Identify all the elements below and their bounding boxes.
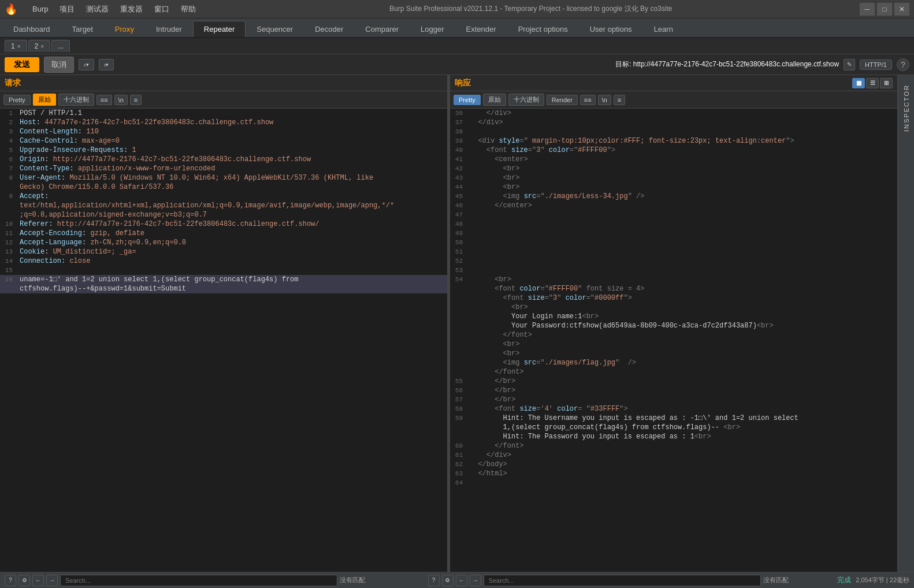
left-fwd-btn[interactable]: → (46, 575, 58, 586)
send-button[interactable]: 发送 (5, 57, 39, 72)
response-panel: 响应 ▦ ☰ ⊞ Pretty 原始 十六进制 Render ≡≡ \n ≡ 3… (450, 75, 898, 572)
window-title: Burp Suite Professional v2021.12.1 - Tem… (209, 4, 853, 14)
tab-sequencer[interactable]: Sequencer (246, 21, 304, 37)
resp-line-54: 54 <br> (450, 275, 897, 284)
resp-line-54-9: <img src="./images/flag.jpg" /> (450, 358, 897, 367)
resp-line-54-10: </font> (450, 367, 897, 377)
view-grid-icon[interactable]: ⊞ (880, 78, 893, 88)
minimize-button[interactable]: ─ (860, 3, 875, 16)
resp-line-43: 43 <br> (450, 173, 897, 183)
repeater-tab-more[interactable]: ... (51, 40, 70, 52)
request-line-2: 2 Host: 4477a77e-2176-42c7-bc51-22fe3806… (0, 118, 447, 127)
tab-decoder[interactable]: Decoder (304, 21, 354, 37)
back-nav[interactable]: ‹ ▾ (79, 59, 94, 70)
tab-project-options[interactable]: Project options (507, 21, 579, 37)
resp-line-54-4: Your Login name:1<br> (450, 312, 897, 321)
response-pretty-btn[interactable]: Pretty (454, 95, 481, 105)
request-hex-btn[interactable]: 十六进制 (58, 94, 94, 106)
request-line-12: 12 Accept-Language: zh-CN,zh;q=0.9,en;q=… (0, 238, 447, 247)
edit-target-icon[interactable]: ✎ (844, 59, 855, 70)
repeater-tab-1-close[interactable]: × (17, 43, 21, 50)
request-raw-btn[interactable]: 原始 (33, 94, 56, 106)
request-code-area[interactable]: 1 POST / HTTP/1.1 2 Host: 4477a77e-2176-… (0, 109, 447, 572)
resp-line-44: 44 <br> (450, 183, 897, 192)
response-render-btn[interactable]: Render (547, 95, 578, 105)
status-info: 2,054字节 | 22毫秒 (856, 576, 909, 585)
tab-comparer[interactable]: Comparer (354, 21, 410, 37)
resp-line-39: 39 <div style=" margin-top:10px;color:#F… (450, 136, 897, 146)
menu-burp[interactable]: Burp (27, 0, 54, 18)
statusbar-status: 完成 2,054字节 | 22毫秒 (837, 575, 909, 585)
resp-line-54-6: </font> (450, 330, 897, 340)
response-menu-icon[interactable]: ≡ (614, 95, 625, 105)
repeater-tabs: 1 × 2 × ... (0, 38, 914, 54)
request-line-15: 15 (0, 266, 447, 275)
tab-intruder[interactable]: Intruder (145, 21, 193, 37)
menu-scanner[interactable]: 测试器 (80, 0, 114, 18)
request-panel: 请求 Pretty 原始 十六进制 ≡≡ \n ≡ 1 POST / HTTP/… (0, 75, 448, 572)
resp-line-45: 45 <img src="./images/Less-34.jpg" /> (450, 192, 897, 201)
tab-user-options[interactable]: User options (579, 21, 643, 37)
resp-line-46: 46 </center> (450, 201, 897, 210)
request-line-10: 10 Referer: http://4477a77e-2176-42c7-bc… (0, 219, 447, 229)
view-list-icon[interactable]: ☰ (866, 78, 879, 88)
right-fwd-btn[interactable]: → (470, 575, 481, 586)
request-line-16b: ctfshow.flags)--+&passwd=1&submit=Submit (0, 284, 447, 293)
maximize-button[interactable]: □ (877, 3, 892, 16)
response-code-area[interactable]: 36 </div> 37 </div> 38 39 <div style=" m… (450, 109, 897, 572)
left-back-btn[interactable]: ← (32, 575, 44, 586)
resp-line-50: 50 (450, 238, 897, 247)
response-format-icon[interactable]: ≡≡ (580, 95, 596, 105)
menu-window[interactable]: 窗口 (148, 0, 175, 18)
request-format-icon[interactable]: ≡≡ (96, 95, 112, 105)
tab-target[interactable]: Target (61, 21, 104, 37)
request-menu-icon[interactable]: ≡ (130, 95, 142, 105)
request-line-9b: ;q=0.8,application/signed-exchange;v=b3;… (0, 210, 447, 219)
tab-logger[interactable]: Logger (410, 21, 455, 37)
menu-repeater-menu[interactable]: 重发器 (114, 0, 148, 18)
request-newline-icon[interactable]: \n (114, 95, 128, 105)
resp-line-54-2: <font size="3" color="#0000ff"> (450, 293, 897, 303)
tab-dashboard[interactable]: Dashboard (2, 21, 61, 37)
view-split-icon[interactable]: ▦ (852, 78, 865, 88)
close-button[interactable]: ✕ (894, 3, 909, 16)
request-pretty-btn[interactable]: Pretty (3, 95, 31, 105)
fwd-nav[interactable]: › ▾ (99, 59, 114, 70)
request-title: 请求 (0, 75, 447, 91)
help-icon[interactable]: ? (897, 58, 909, 71)
menu-project[interactable]: 项目 (54, 0, 80, 18)
resp-line-36: 36 </div> (450, 109, 897, 118)
resp-line-54-7: <br> (450, 340, 897, 349)
back-dropdown-icon[interactable]: ▾ (86, 62, 89, 68)
resp-line-58: 58 <font size='4' color= "#33FFFF"> (450, 404, 897, 414)
tab-proxy[interactable]: Proxy (104, 21, 145, 37)
repeater-tab-2-close[interactable]: × (40, 43, 44, 50)
response-newline-icon[interactable]: \n (598, 95, 611, 105)
http-version-badge[interactable]: HTTP/1 (860, 59, 892, 70)
tab-learn[interactable]: Learn (643, 21, 684, 37)
left-gear-btn[interactable]: ⚙ (18, 575, 30, 586)
repeater-tab-1[interactable]: 1 × (5, 40, 27, 52)
app-logo: 🔥 (5, 3, 17, 16)
left-help-btn[interactable]: ? (5, 575, 16, 586)
fwd-dropdown-icon[interactable]: ▾ (106, 62, 109, 68)
right-help-btn[interactable]: ? (428, 575, 440, 586)
right-gear-btn[interactable]: ⚙ (442, 575, 454, 586)
request-toolbar: Pretty 原始 十六进制 ≡≡ \n ≡ (0, 91, 447, 109)
request-line-8a: 8 User-Agent: Mozilla/5.0 (Windows NT 10… (0, 173, 447, 183)
resp-line-53: 53 (450, 266, 897, 275)
target-label-text: 目标: (615, 60, 633, 68)
menu-help[interactable]: 帮助 (175, 0, 202, 18)
repeater-tab-1-label: 1 (11, 42, 15, 50)
response-raw-btn[interactable]: 原始 (483, 94, 506, 106)
inspector-panel: INSPECTOR (898, 75, 914, 572)
left-search-input[interactable] (60, 575, 337, 586)
cancel-button[interactable]: 取消 (44, 57, 74, 73)
right-search-input[interactable] (484, 575, 761, 586)
right-back-btn[interactable]: ← (456, 575, 467, 586)
repeater-tab-2[interactable]: 2 × (28, 40, 51, 52)
tab-extender[interactable]: Extender (455, 21, 507, 37)
tab-repeater[interactable]: Repeater (193, 21, 246, 37)
left-no-match: 没有匹配 (340, 576, 365, 585)
response-hex-btn[interactable]: 十六进制 (508, 94, 544, 106)
